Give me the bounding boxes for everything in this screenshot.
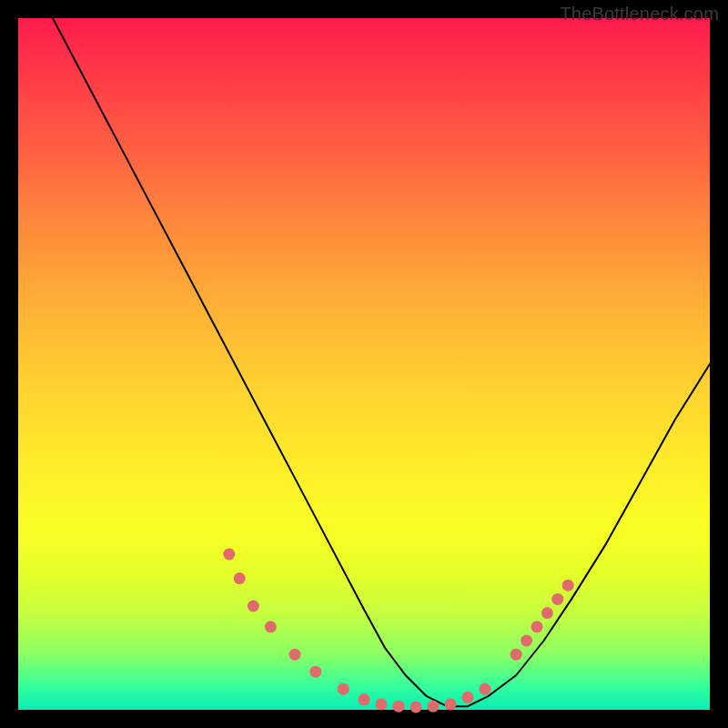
curve-marker-dot: [428, 701, 440, 713]
curve-marker-dot: [265, 621, 277, 632]
curve-marker-dot: [359, 693, 370, 705]
curve-marker-dot: [223, 549, 235, 561]
watermark-text: TheBottleneck.com: [560, 4, 719, 25]
curve-marker-dot: [511, 649, 522, 661]
curve-marker-dot: [531, 621, 543, 632]
curve-marker-dot: [445, 698, 457, 710]
curve-marker-dot: [234, 572, 246, 584]
curve-marker-dot: [480, 683, 491, 695]
curve-marker-dot: [551, 593, 563, 605]
curve-marker-dot: [521, 635, 532, 647]
curve-marker-dot: [393, 701, 405, 713]
curve-marker-dot: [541, 607, 553, 619]
curve-marker-dot: [309, 666, 321, 678]
curve-marker-dot: [289, 649, 301, 661]
bottleneck-curve-path: [53, 18, 710, 706]
curve-marker-dot: [248, 601, 259, 612]
curve-marker-dot: [562, 580, 574, 592]
curve-marker-dot: [462, 692, 474, 703]
bottleneck-chart: [0, 0, 728, 728]
curve-marker-dot: [376, 698, 388, 710]
curve-marker-dot: [338, 683, 349, 695]
curve-marker-dot: [410, 701, 422, 713]
chart-frame: TheBottleneck.com: [0, 0, 728, 728]
